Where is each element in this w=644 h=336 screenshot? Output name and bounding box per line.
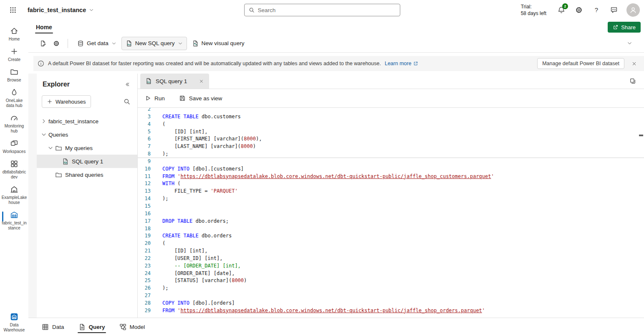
close-icon — [199, 79, 204, 84]
chevron-down-icon[interactable] — [41, 132, 47, 137]
info-banner: A default Power BI dataset for faster re… — [33, 56, 644, 71]
code-line[interactable]: 17DROP TABLE dbo.orders; — [138, 218, 644, 225]
status-tab-model[interactable]: Model — [119, 318, 146, 336]
help-button[interactable]: ? — [588, 2, 605, 18]
rail-item-dbtlabsfabricdev[interactable]: dbtlabsfabricdev — [0, 160, 28, 180]
warehouse-settings-button[interactable] — [50, 37, 63, 50]
code-text: ); — [154, 150, 168, 158]
code-line[interactable]: 24 [ORDER_DATE] [date], — [138, 270, 644, 277]
rail-item-onelake-data-hub[interactable]: OneLake data hub — [0, 88, 28, 108]
play-icon — [144, 95, 151, 102]
code-line[interactable]: 10COPY INTO [dbo].[customers] — [138, 165, 644, 173]
search-box — [244, 4, 400, 16]
notifications-button[interactable]: 2 — [553, 2, 570, 18]
new-visual-query-button[interactable]: New visual query — [188, 37, 249, 50]
rail-item-browse[interactable]: Browse — [0, 68, 28, 83]
code-line[interactable]: 14); — [138, 195, 644, 203]
rail-item-fabric-test-instance[interactable]: fabric_test_instance — [0, 211, 28, 231]
code-line[interactable]: 8); — [138, 150, 644, 158]
code-line[interactable]: 4( — [138, 121, 644, 128]
query-tab[interactable]: SQL SQL query 1 — [140, 74, 209, 89]
chevron-right-icon[interactable] — [41, 118, 47, 124]
plus-icon — [47, 99, 53, 104]
code-text — [154, 292, 162, 300]
code-line[interactable]: 20( — [138, 240, 644, 247]
line-number: 5 — [138, 128, 154, 136]
line-number: 4 — [138, 121, 154, 128]
run-button[interactable]: Run — [144, 95, 165, 102]
code-line[interactable]: 3CREATE TABLE dbo.customers — [138, 113, 644, 121]
chevron-spacer — [54, 158, 60, 164]
sql-code-editor[interactable]: 23CREATE TABLE dbo.customers4(5 [ID] [in… — [138, 108, 644, 318]
code-line[interactable]: 27 — [138, 292, 644, 300]
add-warehouse-button[interactable]: Warehouses — [42, 95, 91, 108]
explorer-collapse-button[interactable] — [121, 79, 133, 90]
account-button[interactable] — [626, 3, 640, 17]
content-area: Explorer Warehouses fabric_test_instance… — [28, 74, 644, 318]
waffle-menu-button[interactable] — [3, 0, 23, 20]
rail-item-label: ExampleLakehouse — [1, 195, 27, 205]
new-item-button[interactable] — [37, 37, 49, 50]
banner-close-button[interactable] — [628, 58, 640, 69]
save-icon — [179, 95, 186, 102]
code-line[interactable]: 5 [ID] [int], — [138, 128, 644, 136]
rail-item-workspaces[interactable]: Workspaces — [0, 139, 28, 154]
external-link-icon — [413, 61, 418, 66]
ribbon-collapse-button[interactable] — [623, 37, 636, 50]
tab-home[interactable]: Home — [35, 21, 53, 33]
code-text: [FIRST_NAME] [varchar](8000), — [154, 135, 262, 143]
line-number: 24 — [138, 270, 154, 277]
rail-item-examplelakehouse[interactable]: ExampleLakehouse — [0, 185, 28, 205]
code-line[interactable]: 19CREATE TABLE dbo.orders — [138, 232, 644, 240]
cursor-position-marker — [639, 135, 643, 136]
code-line[interactable]: 12WITH ( — [138, 180, 644, 188]
code-line[interactable]: 28COPY INTO [dbo].[orders] — [138, 300, 644, 307]
line-number: 7 — [138, 143, 154, 150]
svg-text:SQL: SQL — [147, 81, 151, 83]
workspace-title-button[interactable]: fabric_test_instance — [28, 7, 94, 13]
explorer-search-button[interactable] — [121, 95, 133, 108]
code-line[interactable]: 25 [STATUS] [varchar](8000) — [138, 277, 644, 285]
tab-close-button[interactable] — [197, 76, 206, 86]
rail-item-monitoring-hub[interactable]: Monitoring hub — [0, 114, 28, 134]
copy-button[interactable] — [626, 75, 639, 87]
code-line[interactable]: 21 [ID] [int], — [138, 247, 644, 255]
tree-item-my-queries[interactable]: My queries — [37, 141, 137, 155]
code-line[interactable]: 6 [FIRST_NAME] [varchar](8000), — [138, 135, 644, 143]
tree-item-sql-query-1[interactable]: SQLSQL query 1 — [37, 155, 137, 168]
chevron-down-icon[interactable] — [48, 145, 53, 151]
code-line[interactable]: 29FROM 'https://dbtlabsynapsedatalake.bl… — [138, 307, 644, 315]
tree-item-shared-queries[interactable]: Shared queries — [37, 168, 137, 181]
new-sql-query-button[interactable]: SQL New SQL query — [121, 37, 187, 50]
status-tab-data[interactable]: Data — [41, 318, 65, 336]
code-line[interactable]: 23 -- [ORDER_DATE] [int], — [138, 262, 644, 270]
code-line[interactable]: 26); — [138, 285, 644, 292]
sql-file-icon: SQL — [62, 158, 69, 165]
code-line[interactable]: 11FROM 'https://dbtlabsynapsedatalake.bl… — [138, 173, 644, 181]
toolbar-divider — [68, 39, 68, 48]
manage-dataset-button[interactable]: Manage default Power BI dataset — [537, 58, 624, 69]
code-line[interactable]: 2 — [138, 108, 644, 113]
code-line[interactable]: 16 — [138, 210, 644, 218]
learn-more-link[interactable]: Learn more — [385, 61, 418, 66]
info-icon — [38, 60, 44, 67]
line-number: 11 — [138, 173, 154, 181]
search-input[interactable] — [258, 7, 396, 13]
save-as-view-button[interactable]: Save as view — [179, 95, 222, 102]
settings-button[interactable] — [571, 2, 587, 18]
code-line[interactable]: 18 — [138, 225, 644, 233]
share-button[interactable]: Share — [608, 22, 641, 33]
rail-item-create[interactable]: Create — [0, 47, 28, 62]
status-tab-query[interactable]: Query — [78, 318, 106, 336]
feedback-button[interactable] — [606, 2, 622, 18]
code-line[interactable]: 13 FILE_TYPE = 'PARQUET' — [138, 188, 644, 195]
code-line[interactable]: 15 — [138, 203, 644, 210]
rail-item-home[interactable]: Home — [0, 27, 28, 42]
rail-item-data-warehouse[interactable]: Data Warehouse — [0, 313, 28, 333]
code-line[interactable]: 9 — [138, 158, 644, 165]
tree-item-fabric-test-instance[interactable]: fabric_test_instance — [37, 115, 137, 128]
tree-item-queries[interactable]: Queries — [37, 128, 137, 141]
code-line[interactable]: 22 [USER_ID] [int], — [138, 255, 644, 262]
code-line[interactable]: 7 [LAST_NAME] [varchar](8000) — [138, 143, 644, 150]
get-data-button[interactable]: Get data — [73, 37, 121, 50]
